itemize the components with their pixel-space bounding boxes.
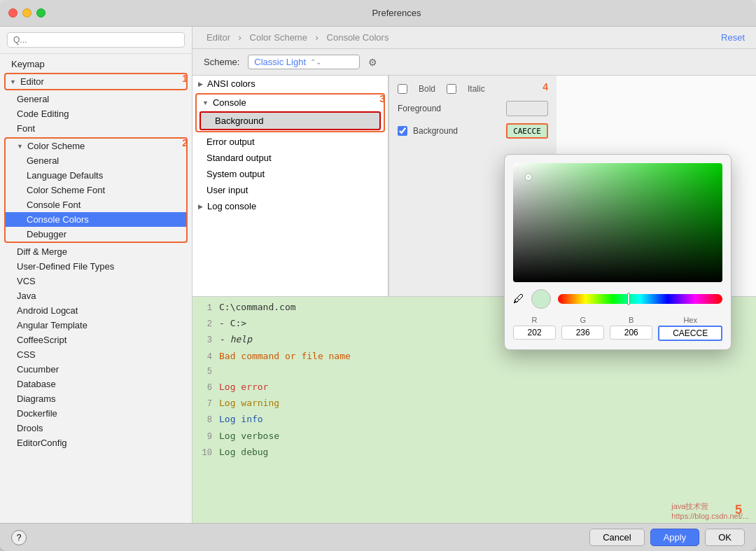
sidebar-item-editorconfig[interactable]: EditorConfig [0, 435, 192, 450]
hex-col: Hex [658, 316, 722, 341]
color-gradient[interactable] [513, 163, 722, 282]
bg-color-value: CAECCE [513, 127, 541, 136]
sidebar-item-console-font[interactable]: Console Font [6, 197, 186, 212]
tree-item-log-console[interactable]: ▶ Log console [192, 198, 388, 214]
tree-item-user-input[interactable]: User input [192, 182, 388, 198]
foreground-row: Foreground [398, 101, 548, 116]
sidebar-item-diff-merge[interactable]: Diff & Merge [0, 244, 192, 259]
breadcrumb-editor: Editor [206, 32, 230, 43]
bold-italic-row: Bold Italic [398, 84, 548, 94]
tree-item-ansi[interactable]: ▶ ANSI colors [192, 76, 388, 92]
foreground-label: Foreground [398, 104, 500, 113]
sidebar-item-drools[interactable]: Drools [0, 421, 192, 435]
scheme-label: Scheme: [204, 57, 239, 67]
minimize-button[interactable] [22, 8, 31, 18]
r-col: R [513, 316, 556, 341]
sidebar-item-editor[interactable]: ▼ Editor [6, 74, 186, 89]
sidebar-item-color-scheme[interactable]: ▼ Color Scheme [6, 139, 186, 153]
eyedropper-icon[interactable]: 🖊 [513, 293, 524, 305]
preferences-window: Preferences Keymap ▼ Editor 1 [0, 0, 756, 551]
breadcrumb-console-colors: Console Colors [327, 32, 389, 43]
preview-line-5: 5 [192, 365, 756, 379]
sidebar-item-java[interactable]: Java [0, 288, 192, 303]
hex-input[interactable] [658, 326, 722, 341]
close-button[interactable] [8, 8, 18, 18]
apply-button[interactable]: Apply [650, 529, 700, 546]
italic-checkbox[interactable] [447, 84, 456, 94]
bold-checkbox[interactable] [398, 84, 407, 94]
scheme-dropdown[interactable]: Classic Light ⌃⌄ [248, 55, 360, 69]
r-label: R [532, 316, 538, 324]
color-cursor [526, 174, 531, 180]
marker-3: 3 [379, 93, 385, 104]
italic-label: Italic [468, 84, 485, 94]
gear-icon[interactable]: ⚙ [368, 57, 377, 68]
ansi-label: ANSI colors [207, 78, 255, 89]
tree-item-console[interactable]: ▼ Console [197, 95, 384, 111]
search-input[interactable] [7, 32, 185, 48]
sidebar-item-angular[interactable]: Angular Template [0, 318, 192, 333]
tree-item-standard-output[interactable]: Standard output [192, 150, 388, 166]
r-input[interactable] [513, 326, 556, 340]
cancel-button[interactable]: Cancel [589, 529, 644, 546]
sidebar-item-console-colors[interactable]: Console Colors [6, 212, 186, 227]
b-label: B [629, 316, 634, 324]
gradient-dark [513, 163, 722, 282]
hue-slider[interactable] [558, 294, 722, 304]
sidebar: Keymap ▼ Editor 1 General Code Editing [0, 27, 192, 523]
scheme-bar: Scheme: Classic Light ⌃⌄ ⚙ [192, 49, 756, 76]
sidebar-item-android[interactable]: Android Logcat [0, 303, 192, 318]
ok-button[interactable]: OK [705, 529, 745, 546]
console-triangle: ▼ [202, 99, 209, 106]
sidebar-list: Keymap ▼ Editor 1 General Code Editing [0, 54, 192, 523]
window-title: Preferences [46, 8, 748, 18]
g-label: G [580, 316, 586, 324]
sidebar-item-debugger[interactable]: Debugger [6, 227, 186, 242]
cs-expand-triangle: ▼ [17, 143, 23, 150]
preview-line-7: 7 Log warning [192, 396, 756, 412]
preview-text-4: Bad command or file name [219, 349, 351, 364]
cs-label: Color Scheme [27, 141, 85, 151]
reset-button[interactable]: Reset [721, 32, 745, 43]
g-col: G [561, 316, 604, 341]
sidebar-item-lang-defaults[interactable]: Language Defaults [6, 168, 186, 183]
tree-item-system-output[interactable]: System output [192, 166, 388, 182]
g-input[interactable] [561, 326, 604, 340]
sidebar-item-coffeescript[interactable]: CoffeeScript [0, 333, 192, 347]
marker-2: 2 [182, 137, 188, 148]
sidebar-item-vcs[interactable]: VCS [0, 274, 192, 288]
console-group-box: ▼ Console Background 3 [195, 93, 385, 132]
sidebar-item-css[interactable]: CSS [0, 347, 192, 362]
sidebar-item-cucumber[interactable]: Cucumber [0, 362, 192, 377]
background-checkbox[interactable] [398, 126, 407, 136]
sidebar-item-code-editing[interactable]: Code Editing [0, 106, 192, 121]
foreground-color-box[interactable] [506, 101, 548, 116]
sidebar-item-database[interactable]: Database [0, 377, 192, 391]
b-input[interactable] [610, 326, 652, 340]
help-button[interactable]: ? [11, 530, 27, 545]
sidebar-item-cs-general[interactable]: General [6, 153, 186, 168]
tree-item-error-output[interactable]: Error output [192, 134, 388, 150]
maximize-button[interactable] [36, 8, 46, 18]
tree-item-background[interactable]: Background [200, 111, 381, 130]
bottom-bar: ? Cancel Apply OK [0, 523, 756, 551]
preview-text-6: Log error [219, 380, 268, 395]
sidebar-item-cs-font[interactable]: Color Scheme Font [6, 183, 186, 197]
sidebar-item-font[interactable]: Font [0, 121, 192, 136]
sidebar-item-diagrams[interactable]: Diagrams [0, 391, 192, 406]
sidebar-item-dockerfile[interactable]: Dockerfile [0, 406, 192, 421]
background-color-box[interactable]: CAECCE [506, 123, 548, 139]
hex-label: Hex [683, 316, 697, 324]
preview-text-9: Log verbose [219, 429, 279, 444]
system-output-label: System output [206, 169, 265, 179]
bold-italic-container: Bold Italic 4 [398, 84, 548, 94]
breadcrumb: Editor › Color Scheme › Console Colors [204, 32, 391, 43]
tree-panel: ▶ ANSI colors ▼ Console Background [192, 76, 388, 296]
preview-text-1: C:\command.com [219, 300, 296, 315]
sidebar-search-area [0, 27, 192, 54]
sidebar-item-user-defined[interactable]: User-Defined File Types [0, 259, 192, 274]
sidebar-item-keymap[interactable]: Keymap [0, 57, 192, 71]
color-scheme-group-box: ▼ Color Scheme General Language Defaults… [4, 137, 188, 243]
code-editing-label: Code Editing [17, 109, 69, 119]
sidebar-item-general[interactable]: General [0, 92, 192, 106]
